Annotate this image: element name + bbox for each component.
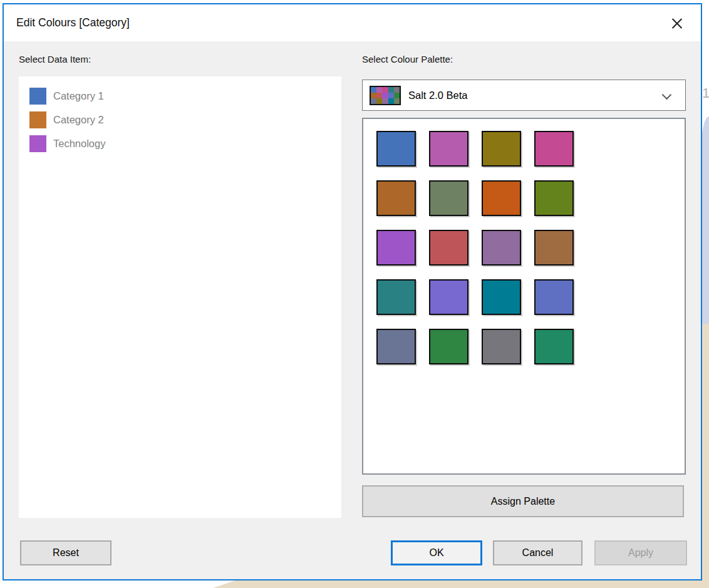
edit-colours-dialog: Edit Colours [Category] Select Data Item… (3, 3, 702, 580)
palette-swatch[interactable] (429, 279, 468, 315)
palette-swatch[interactable] (534, 131, 574, 167)
palette-grid (376, 131, 583, 364)
data-item-list: Category 1Category 2Technology (19, 76, 341, 518)
chevron-down-icon (662, 90, 672, 100)
palette-swatch[interactable] (482, 180, 521, 216)
palette-thumbnail (370, 86, 401, 105)
palette-swatch[interactable] (376, 230, 416, 266)
palette-swatch[interactable] (534, 279, 574, 315)
select-colour-palette-label: Select Colour Palette: (362, 54, 453, 64)
palette-dropdown-value: Salt 2.0 Beta (408, 90, 467, 101)
palette-swatch-panel (362, 118, 686, 475)
cancel-button[interactable]: Cancel (493, 540, 582, 565)
background-page-indicator: 1 (702, 85, 709, 101)
background-lavender-shape (701, 116, 709, 324)
item-label: Category 1 (53, 90, 104, 102)
palette-swatch[interactable] (429, 329, 468, 364)
screen: 1 Edit Colours [Category] Select Data It… (0, 0, 709, 588)
palette-swatch[interactable] (376, 180, 416, 216)
item-color-swatch (29, 111, 46, 128)
palette-swatch[interactable] (376, 279, 416, 315)
palette-swatch[interactable] (376, 131, 416, 167)
reset-button[interactable]: Reset (20, 540, 111, 565)
palette-swatch[interactable] (482, 230, 521, 266)
palette-swatch[interactable] (534, 180, 574, 216)
background-beige-shape-right (701, 324, 709, 588)
palette-swatch[interactable] (429, 131, 468, 167)
background-beige-shape-bottom (213, 580, 709, 588)
palette-swatch[interactable] (482, 131, 521, 167)
palette-swatch[interactable] (482, 329, 521, 364)
assign-palette-button[interactable]: Assign Palette (362, 485, 684, 517)
list-item[interactable]: Technology (19, 132, 341, 155)
palette-swatch[interactable] (429, 230, 468, 266)
list-item[interactable]: Category 2 (19, 108, 341, 132)
item-color-swatch (29, 135, 46, 152)
close-button[interactable] (666, 13, 687, 34)
dialog-title: Edit Colours [Category] (16, 16, 130, 29)
palette-swatch[interactable] (534, 230, 574, 266)
palette-swatch[interactable] (534, 329, 574, 364)
palette-swatch[interactable] (376, 329, 416, 364)
apply-button[interactable]: Apply (594, 540, 687, 565)
dialog-titlebar: Edit Colours [Category] (4, 4, 701, 41)
item-color-swatch (29, 88, 46, 105)
palette-swatch[interactable] (429, 180, 468, 216)
palette-swatch[interactable] (482, 279, 521, 315)
list-item[interactable]: Category 1 (19, 84, 341, 108)
palette-dropdown[interactable]: Salt 2.0 Beta (362, 80, 686, 111)
ok-button[interactable]: OK (391, 540, 482, 565)
close-icon (670, 17, 683, 30)
item-label: Category 2 (53, 114, 104, 126)
select-data-item-label: Select Data Item: (19, 54, 91, 64)
item-label: Technology (53, 138, 105, 150)
